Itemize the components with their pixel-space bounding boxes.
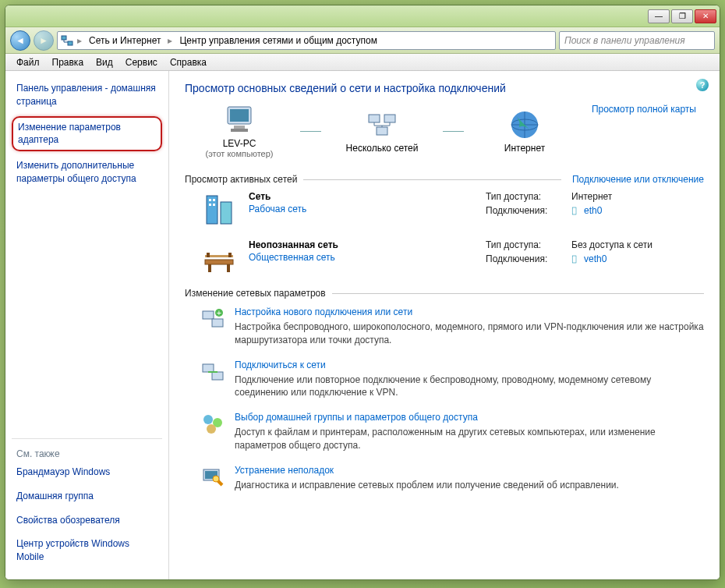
menu-file[interactable]: Файл: [10, 55, 46, 70]
public-network-icon: [200, 239, 238, 277]
map-internet-label: Интернет: [504, 143, 545, 154]
svg-rect-8: [377, 127, 387, 135]
adapter-icon: ⌷: [571, 253, 581, 263]
content-pane: ? Просмотр основных сведений о сети и на…: [169, 71, 720, 579]
map-connector: [300, 131, 321, 132]
sidebar-advanced-sharing-link[interactable]: Изменить дополнительные параметры общего…: [12, 156, 162, 189]
breadcrumb-separator: ▸: [75, 35, 84, 46]
svg-rect-3: [230, 109, 249, 122]
pc-icon: [223, 104, 256, 136]
troubleshoot-icon: [200, 465, 225, 490]
svg-rect-12: [221, 202, 232, 224]
task-new-connection-title: Настройка нового подключения или сети: [235, 306, 704, 317]
connection-veth0-link[interactable]: ⌷veth0: [571, 253, 607, 264]
svg-rect-16: [213, 204, 215, 206]
sidebar-see-also: См. также Брандмауэр Windows Домашняя гр…: [12, 438, 162, 572]
network-1-info: Сеть Рабочая сеть: [249, 191, 306, 228]
active-networks-label: Просмотр активных сетей: [185, 174, 297, 185]
sidebar-home-link[interactable]: Панель управления - домашняя страница: [12, 79, 162, 112]
access-type-value: Без доступа к сети: [571, 239, 652, 250]
sidebar-homegroup-link[interactable]: Домашняя группа: [12, 487, 162, 506]
help-icon[interactable]: ?: [696, 79, 709, 91]
task-homegroup-sharing[interactable]: Выбор домашней группы и параметров общег…: [200, 412, 704, 452]
page-title: Просмотр основных сведений о сети и наст…: [185, 82, 704, 94]
svg-rect-22: [228, 253, 232, 257]
svg-text:+: +: [217, 309, 221, 317]
svg-rect-7: [384, 115, 395, 122]
svg-rect-17: [205, 260, 233, 264]
breadcrumb-separator: ▸: [165, 35, 175, 46]
connections-label: Подключения:: [486, 205, 571, 216]
breadcrumb-network[interactable]: Сеть и Интернет: [86, 34, 164, 48]
sidebar-firewall-link[interactable]: Брандмауэр Windows: [12, 462, 162, 482]
map-pc-label: LEV-PC: [223, 138, 256, 149]
task-new-connection-desc: Настройка беспроводного, широкополосного…: [235, 321, 704, 347]
network-1-type-link[interactable]: Рабочая сеть: [249, 204, 306, 214]
network-1-details: Тип доступа: Интернет Подключения: ⌷eth0: [486, 191, 704, 228]
networks-icon: [366, 108, 398, 141]
access-type-label: Тип доступа:: [486, 239, 571, 250]
svg-rect-23: [203, 311, 214, 319]
network-entry-2: Неопознанная сеть Общественная сеть Тип …: [200, 239, 704, 277]
divider: [332, 293, 704, 294]
close-button[interactable]: ✕: [695, 9, 716, 23]
address-bar[interactable]: ▸ Сеть и Интернет ▸ Центр управления сет…: [57, 31, 556, 50]
map-internet[interactable]: Интернет: [470, 108, 579, 154]
menu-edit[interactable]: Правка: [46, 55, 90, 70]
network-map: LEV-PC (этот компьютер) Несколько сетей: [185, 104, 579, 158]
task-troubleshoot[interactable]: Устранение неполадок Диагностика и испра…: [200, 465, 704, 492]
maximize-button[interactable]: ❐: [671, 9, 693, 23]
menu-help[interactable]: Справка: [164, 55, 213, 70]
sidebar-browser-link[interactable]: Свойства обозревателя: [12, 511, 162, 530]
globe-icon: [508, 108, 541, 141]
svg-rect-19: [208, 264, 211, 272]
svg-rect-4: [234, 126, 245, 129]
work-network-icon: [200, 191, 238, 228]
svg-rect-15: [209, 204, 211, 206]
map-networks[interactable]: Несколько сетей: [327, 108, 437, 154]
search-input[interactable]: Поиск в панели управления: [559, 31, 715, 50]
task-connect-network[interactable]: Подключиться к сети Подключение или повт…: [200, 360, 704, 400]
homegroup-icon: [200, 412, 225, 437]
sidebar-adapter-settings-link[interactable]: Изменение параметров адаптера: [12, 116, 162, 152]
menu-view[interactable]: Вид: [90, 55, 119, 70]
sidebar-mobile-link[interactable]: Центр устройств Windows Mobile: [12, 534, 162, 567]
connections-label: Подключения:: [486, 253, 571, 264]
svg-rect-20: [227, 264, 230, 272]
svg-point-31: [207, 424, 216, 434]
adapter-icon: ⌷: [571, 205, 581, 214]
task-new-connection[interactable]: + Настройка нового подключения или сети …: [200, 306, 704, 347]
svg-rect-24: [212, 319, 223, 327]
network-2-type-link[interactable]: Общественная сеть: [249, 252, 338, 263]
svg-rect-5: [231, 129, 248, 132]
forward-button[interactable]: ►: [34, 30, 54, 51]
sidebar: Панель управления - домашняя страница Из…: [5, 71, 169, 579]
svg-rect-28: [212, 372, 223, 380]
svg-rect-14: [213, 199, 215, 201]
map-this-pc[interactable]: LEV-PC (этот компьютер): [185, 104, 294, 158]
network-2-details: Тип доступа: Без доступа к сети Подключе…: [486, 239, 704, 277]
titlebar: — ❐ ✕: [5, 5, 720, 27]
svg-point-34: [213, 476, 219, 482]
map-pc-sublabel: (этот компьютер): [205, 149, 273, 158]
network-icon: [61, 34, 73, 47]
task-homegroup-title: Выбор домашней группы и параметров общег…: [235, 412, 704, 423]
menu-service[interactable]: Сервис: [119, 55, 164, 70]
connect-disconnect-link[interactable]: Подключение или отключение: [572, 174, 704, 185]
change-settings-header: Изменение сетевых параметров: [185, 288, 704, 299]
divider: [303, 179, 561, 180]
control-panel-window: — ❐ ✕ ◄ ► ▸ Сеть и Интернет ▸ Центр упра…: [5, 5, 720, 580]
svg-rect-27: [203, 364, 214, 372]
full-map-link[interactable]: Просмотр полной карты: [579, 104, 704, 163]
breadcrumb-center[interactable]: Центр управления сетями и общим доступом: [176, 34, 380, 48]
connection-eth0-link[interactable]: ⌷eth0: [571, 205, 602, 216]
navigation-bar: ◄ ► ▸ Сеть и Интернет ▸ Центр управления…: [5, 27, 720, 54]
access-type-value: Интернет: [571, 191, 612, 202]
task-homegroup-desc: Доступ к файлам и принтерам, расположенн…: [235, 426, 704, 452]
back-button[interactable]: ◄: [10, 30, 30, 51]
network-entry-1: Сеть Рабочая сеть Тип доступа: Интернет …: [200, 191, 704, 228]
svg-rect-1: [68, 41, 72, 45]
connect-network-icon: [200, 360, 225, 384]
map-networks-label: Несколько сетей: [346, 143, 419, 154]
minimize-button[interactable]: —: [648, 9, 670, 23]
